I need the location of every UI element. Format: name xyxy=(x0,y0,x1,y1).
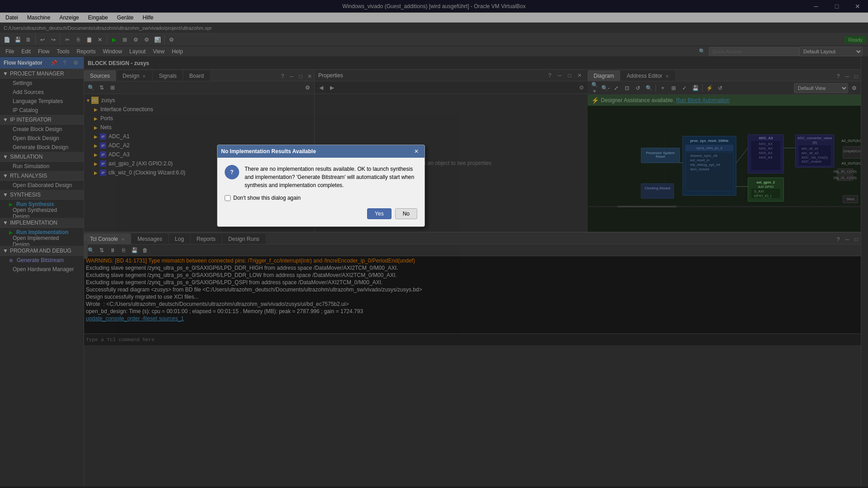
dialog-no-button[interactable]: No xyxy=(395,208,417,219)
dialog-icon: ? xyxy=(225,165,239,179)
dialog-icon-symbol: ? xyxy=(230,169,233,175)
dialog-close-btn[interactable]: ✕ xyxy=(412,147,421,156)
dialog-yes-button[interactable]: Yes xyxy=(367,208,392,219)
dialog-title-bar: No Implementation Results Available ✕ xyxy=(217,145,425,158)
dialog-title: No Implementation Results Available xyxy=(221,148,316,155)
dialog: No Implementation Results Available ✕ ? … xyxy=(217,145,425,227)
dialog-overlay: No Implementation Results Available ✕ ? … xyxy=(0,0,868,488)
dont-show-label: Don't show this dialog again xyxy=(233,195,301,201)
dialog-message: ? There are no implementation results av… xyxy=(225,165,417,189)
dialog-checkbox-row: Don't show this dialog again xyxy=(225,195,417,201)
dialog-text: There are no implementation results avai… xyxy=(245,165,417,189)
dont-show-checkbox[interactable] xyxy=(225,195,231,201)
dialog-buttons: Yes No xyxy=(225,208,417,219)
dialog-body: ? There are no implementation results av… xyxy=(217,158,425,226)
